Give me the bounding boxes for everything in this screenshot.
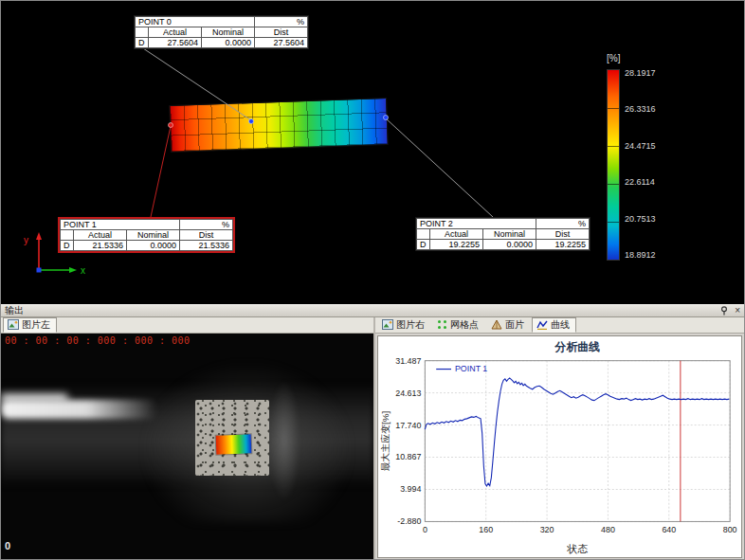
camera-image-left: 00 : 00 : 00 : 000 : 000 : 000 0 [1, 334, 373, 559]
camera-cylinder-edge [268, 379, 300, 502]
curve-chart-svg[interactable]: 31.48724.61317.74010.8673.994-2.88001603… [378, 336, 741, 557]
callout-unit: % [255, 17, 308, 27]
tab-label: 图片左 [22, 318, 50, 332]
tab-label: 图片右 [396, 318, 425, 332]
application-window: POINT 0 % Actual Nominal Dist D 27.5604 … [0, 0, 745, 560]
svg-text:800: 800 [723, 525, 737, 534]
grid-points-icon [437, 319, 447, 330]
value-dist: 19.2255 [536, 240, 590, 250]
legend-label: 22.6114 [625, 177, 656, 187]
tab-image-right[interactable]: 图片右 [377, 317, 431, 333]
legend-labels: 28.1917 26.3316 24.4715 22.6114 20.7513 … [625, 69, 656, 261]
right-analysis-panel: 图片右 网格点 面片 [375, 317, 744, 559]
3d-viewport[interactable]: POINT 0 % Actual Nominal Dist D 27.5604 … [1, 1, 744, 304]
tab-label: 曲线 [551, 318, 570, 332]
svg-text:160: 160 [479, 525, 493, 534]
col-nominal: Nominal [127, 230, 180, 241]
svg-text:最大主应变[%]: 最大主应变[%] [380, 411, 391, 472]
legend-label: 20.7513 [625, 214, 656, 224]
bottom-dock: 图片左 00 : 00 : 00 : 000 : 000 : 000 0 [1, 317, 744, 559]
value-nominal: 0.0000 [202, 38, 255, 48]
col-dist: Dist [255, 27, 308, 38]
tab-facets[interactable]: 面片 [486, 317, 531, 333]
tab-curve[interactable]: 曲线 [532, 317, 576, 333]
pin-icon[interactable] [719, 306, 729, 316]
svg-text:320: 320 [540, 525, 554, 534]
value-actual: 27.5604 [149, 38, 202, 48]
picture-icon [8, 319, 19, 330]
camera-strain-overlay [216, 434, 252, 454]
close-icon[interactable]: × [735, 306, 740, 316]
svg-text:10.867: 10.867 [395, 452, 421, 461]
callout-title: POINT 0 [136, 17, 255, 27]
output-panel-titlebar: 输出 × [1, 304, 744, 317]
leader-line-point1 [151, 126, 171, 217]
col-actual: Actual [149, 27, 202, 38]
leader-line-point2 [386, 118, 493, 217]
value-actual: 19.2255 [430, 240, 483, 250]
svg-text:480: 480 [601, 525, 615, 534]
curve-icon [536, 319, 548, 330]
value-nominal: 0.0000 [127, 241, 180, 251]
facet-icon [491, 319, 502, 330]
svg-text:3.994: 3.994 [400, 484, 421, 494]
svg-text:0: 0 [423, 525, 427, 534]
col-nominal: Nominal [202, 27, 255, 38]
col-actual: Actual [430, 229, 483, 240]
col-nominal: Nominal [483, 229, 536, 240]
svg-text:31.487: 31.487 [395, 356, 421, 366]
left-image-panel: 图片左 00 : 00 : 00 : 000 : 000 : 000 0 [1, 317, 375, 559]
col-dist: Dist [180, 230, 233, 241]
row-label: D [417, 240, 430, 250]
svg-text:-2.880: -2.880 [397, 516, 421, 526]
tab-label: 面片 [505, 318, 524, 332]
x-axis-label: x [81, 265, 85, 276]
measurement-callout-point2[interactable]: POINT 2 % Actual Nominal Dist D 19.2255 … [415, 217, 591, 251]
svg-text:分析曲线: 分析曲线 [554, 340, 600, 353]
y-axis-label: y [24, 235, 28, 245]
svg-text:640: 640 [662, 525, 676, 534]
legend-label: 24.4715 [625, 141, 656, 151]
z-axis-origin [37, 268, 42, 273]
callout-unit: % [180, 220, 233, 230]
left-tabbar: 图片左 [1, 317, 373, 334]
strain-map-specimen[interactable] [169, 98, 389, 153]
tab-image-left[interactable]: 图片左 [3, 317, 57, 333]
legend-color-bar[interactable] [607, 69, 620, 261]
legend-unit-label: [%] [607, 53, 673, 63]
value-dist: 21.5336 [180, 241, 233, 251]
value-dist: 27.5604 [255, 38, 308, 48]
callout-table: POINT 0 % Actual Nominal Dist D 27.5604 … [135, 16, 308, 48]
legend-label: 18.8912 [625, 250, 656, 260]
camera-timestamp: 00 : 00 : 00 : 000 : 000 : 000 [5, 335, 191, 346]
right-tabbar: 图片右 网格点 面片 [375, 317, 744, 334]
col-dist: Dist [536, 229, 590, 240]
svg-text:POINT 1: POINT 1 [455, 365, 487, 374]
camera-bright-streak [1, 400, 157, 419]
svg-text:状态: 状态 [566, 543, 588, 554]
svg-text:24.613: 24.613 [395, 388, 421, 398]
svg-text:17.740: 17.740 [395, 421, 421, 430]
axis-triad: y x [16, 225, 92, 283]
output-panel-title: 输出 [5, 304, 719, 317]
row-label: D [136, 38, 149, 48]
tab-grid-points[interactable]: 网格点 [432, 317, 485, 333]
camera-frame-index: 0 [5, 540, 10, 551]
callout-title: POINT 2 [417, 219, 536, 229]
picture-icon [382, 319, 393, 330]
camera-speckle-specimen [195, 400, 269, 476]
callout-unit: % [536, 219, 590, 229]
tab-label: 网格点 [450, 318, 479, 332]
callout-table: POINT 2 % Actual Nominal Dist D 19.2255 … [416, 218, 590, 250]
color-scale-legend: [%] 28.1917 26.3316 24.4715 22.6114 20.7… [607, 53, 673, 261]
legend-label: 26.3316 [625, 104, 656, 114]
legend-label: 28.1917 [625, 68, 656, 78]
analysis-curve-chart[interactable]: 31.48724.61317.74010.8673.994-2.88001603… [377, 335, 742, 558]
measurement-callout-point0[interactable]: POINT 0 % Actual Nominal Dist D 27.5604 … [134, 15, 309, 49]
value-nominal: 0.0000 [483, 240, 536, 250]
